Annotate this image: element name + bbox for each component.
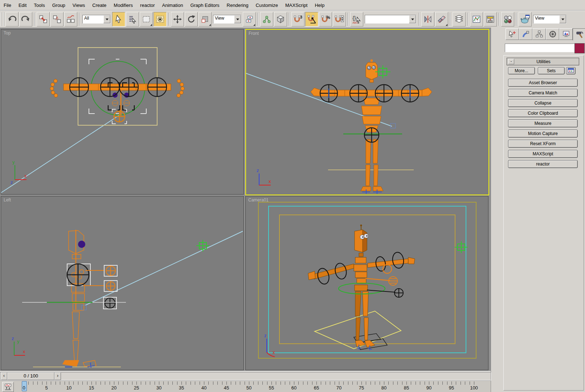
select-by-name-button[interactable] (126, 12, 139, 26)
render-type-dropdown[interactable]: View (533, 15, 566, 24)
edit-named-selections-button[interactable]: {}ABC (350, 12, 363, 26)
utility-sets-window-button[interactable] (566, 67, 576, 74)
menu-item-help[interactable]: Help (311, 0, 328, 10)
front-viewport-scene[interactable]: z x (246, 30, 488, 195)
previous-frame-button[interactable]: ‹ (1, 372, 7, 380)
keyboard-shortcut-override-button[interactable] (274, 12, 287, 26)
rotation-gizmo[interactable] (70, 78, 167, 97)
biped-character[interactable] (311, 60, 432, 194)
curve-editor-button[interactable] (470, 12, 483, 26)
select-and-manipulate-button[interactable] (260, 12, 273, 26)
pelvis-gizmo[interactable] (112, 109, 127, 124)
select-and-scale-button[interactable] (199, 12, 212, 26)
viewport-left-label[interactable]: Left (4, 197, 11, 203)
object-name-field[interactable] (505, 44, 574, 52)
menu-item-file[interactable]: File (0, 0, 15, 10)
viewport-camera01-label[interactable]: Camera01 (248, 197, 269, 203)
unlink-selection-button[interactable] (50, 12, 64, 26)
menu-item-modifiers[interactable]: Modifiers (110, 0, 136, 10)
time-slider-track[interactable] (0, 372, 491, 380)
tab-modify[interactable] (519, 28, 532, 40)
menu-item-group[interactable]: Group (49, 0, 69, 10)
point-helper[interactable] (196, 240, 209, 252)
viewport-front-label[interactable]: Front (249, 31, 259, 36)
schematic-view-button[interactable] (484, 12, 497, 26)
camera-viewport-scene[interactable]: z x (246, 196, 488, 370)
menu-item-customize[interactable]: Customize (252, 0, 282, 10)
selection-filter-dropdown[interactable]: All (82, 15, 111, 24)
viewport-top-label[interactable]: Top (4, 30, 11, 36)
tab-hierarchy[interactable] (532, 28, 546, 40)
utility-collapse-button[interactable]: Collapse (508, 99, 578, 107)
ik-manipulators[interactable] (339, 277, 403, 297)
rollout-collapse-button[interactable]: - (508, 59, 514, 64)
menu-item-rendering[interactable]: Rendering (223, 0, 252, 10)
menu-item-reactor[interactable]: reactor (136, 0, 158, 10)
select-and-rotate-button[interactable] (185, 12, 198, 26)
next-frame-button[interactable]: › (54, 372, 61, 380)
dropdown-arrow-icon[interactable] (559, 15, 566, 23)
utilities-rollout-header[interactable]: - Utilities (507, 58, 579, 65)
spinner-snap-button[interactable] (333, 12, 346, 26)
left-viewport-scene[interactable]: z y x (1, 196, 244, 370)
bind-to-space-warp-button[interactable] (64, 12, 77, 26)
menu-item-create[interactable]: Create (89, 0, 110, 10)
toolbar-drag-handle[interactable] (1, 12, 4, 26)
more-button[interactable]: More... (508, 67, 535, 74)
snap-toggle-3d-button[interactable]: 3 (291, 12, 304, 26)
percent-snap-button[interactable]: % (319, 12, 332, 26)
rectangular-selection-button[interactable] (140, 12, 153, 26)
viewport-camera01[interactable]: Camera01 (245, 196, 488, 370)
viewport-front[interactable]: Front (245, 29, 489, 195)
redo-button[interactable] (19, 12, 32, 26)
menu-item-tools[interactable]: Tools (30, 0, 48, 10)
mini-curve-editor-button[interactable] (2, 382, 14, 392)
material-editor-button[interactable] (501, 12, 514, 26)
top-viewport-scene[interactable]: y x z (1, 29, 244, 194)
utility-asset-browser-button[interactable]: Asset Browser (508, 79, 578, 87)
mirror-button[interactable] (421, 12, 434, 26)
dropdown-arrow-icon[interactable] (409, 15, 416, 23)
object-color-swatch[interactable] (574, 43, 585, 53)
pelvis-gizmo[interactable] (364, 128, 379, 142)
sets-button[interactable]: Sets (538, 67, 565, 74)
biped-character[interactable] (63, 230, 96, 366)
track-bar[interactable]: 0510152025303540455055606570758085909510… (0, 380, 491, 392)
menu-item-graph-editors[interactable]: Graph Editors (187, 0, 223, 10)
utility-reactor-button[interactable]: reactor (508, 160, 578, 168)
menu-item-maxscript[interactable]: MAXScript (282, 0, 311, 10)
viewport-left[interactable]: Left (1, 196, 244, 370)
tab-motion[interactable] (546, 28, 559, 40)
align-button[interactable] (435, 12, 448, 26)
command-panel-tabs (506, 28, 585, 41)
time-slider-button[interactable]: 0 / 100 (7, 372, 54, 380)
layer-manager-button[interactable] (453, 12, 466, 26)
named-selection-dropdown[interactable] (365, 15, 416, 24)
utility-measure-button[interactable]: Measure (508, 119, 578, 127)
window-crossing-button[interactable] (154, 12, 167, 26)
dropdown-arrow-icon[interactable] (103, 15, 110, 23)
utility-color-clipboard-button[interactable]: Color Clipboard (508, 109, 578, 117)
svg-text:y: y (17, 339, 20, 344)
reference-coordinate-dropdown[interactable]: View (213, 15, 241, 24)
select-and-move-button[interactable] (171, 12, 184, 26)
dropdown-arrow-icon[interactable] (234, 15, 241, 23)
tab-display[interactable] (559, 28, 573, 40)
menu-item-views[interactable]: Views (69, 0, 89, 10)
viewport-top[interactable]: Top (1, 29, 244, 195)
utility-maxscript-button[interactable]: MAXScript (508, 150, 578, 158)
undo-button[interactable] (5, 12, 19, 26)
render-scene-button[interactable] (519, 12, 532, 26)
menu-item-animation[interactable]: Animation (159, 0, 187, 10)
utility-reset-xform-button[interactable]: Reset XForm (508, 140, 578, 148)
select-object-button[interactable] (112, 12, 125, 26)
tab-create[interactable] (506, 28, 519, 40)
tab-utilities[interactable] (573, 28, 585, 41)
utility-camera-match-button[interactable]: Camera Match (508, 89, 578, 97)
menu-item-edit[interactable]: Edit (15, 0, 30, 10)
utility-motion-capture-button[interactable]: Motion Capture (508, 130, 578, 138)
use-pivot-point-center-button[interactable] (243, 12, 256, 26)
rotation-gizmo[interactable] (67, 264, 89, 286)
select-and-link-button[interactable] (37, 12, 50, 26)
angle-snap-button[interactable] (305, 12, 318, 26)
